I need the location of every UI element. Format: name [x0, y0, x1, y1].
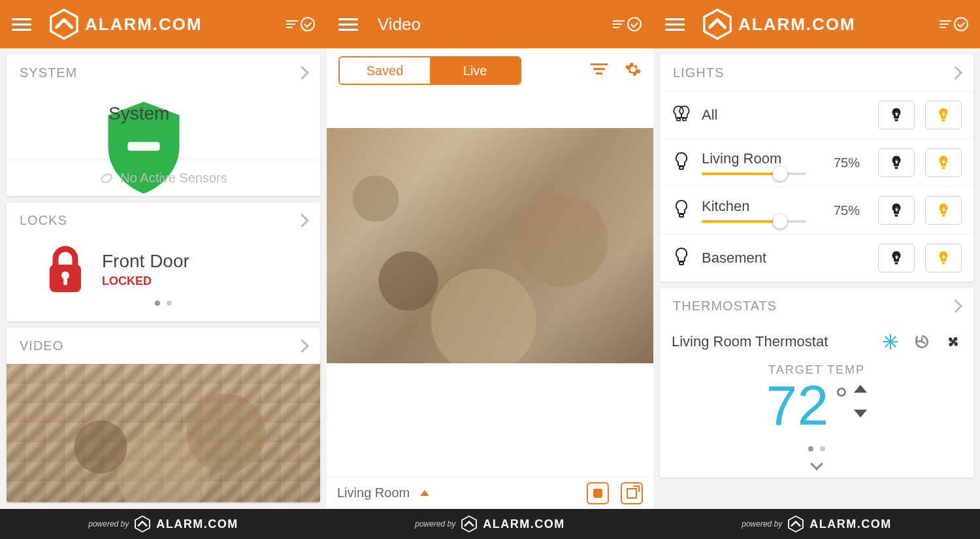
- app-footer: powered by ALARM.COM: [0, 509, 327, 539]
- system-card: SYSTEM System DISARMED No Active Sensors: [7, 55, 320, 196]
- cool-mode-icon[interactable]: [882, 333, 899, 350]
- gear-icon[interactable]: [625, 61, 642, 80]
- lock-status-row[interactable]: Front Door LOCKED: [20, 245, 307, 294]
- light-name: Kitchen: [702, 198, 823, 223]
- light-row-all: All: [660, 91, 973, 139]
- system-header-label: SYSTEM: [20, 65, 77, 80]
- lock-icon: [46, 245, 85, 294]
- light-on-button[interactable]: [925, 101, 962, 129]
- light-on-button[interactable]: [925, 196, 962, 225]
- video-card-header[interactable]: VIDEO: [7, 328, 320, 364]
- lock-state: LOCKED: [102, 274, 189, 288]
- footer-brand: ALARM.COM: [809, 517, 891, 531]
- chevron-right-icon: [951, 301, 960, 311]
- filter-icon[interactable]: [591, 61, 608, 80]
- target-temp-value: 72: [766, 377, 829, 433]
- video-header-label: VIDEO: [20, 338, 63, 353]
- system-status-row[interactable]: System DISARMED: [20, 97, 307, 146]
- expand-chevron-icon[interactable]: [810, 457, 823, 470]
- screen-lights: ALARM.COM LIGHTS All Living Room: [653, 0, 980, 539]
- light-on-button[interactable]: [925, 244, 962, 272]
- chevron-right-icon: [297, 216, 307, 225]
- chevron-right-icon: [951, 68, 960, 78]
- dimmer-pct: 75%: [834, 203, 868, 218]
- light-row-kitchen: Kitchen 75%: [660, 186, 973, 234]
- footer-brand: ALARM.COM: [156, 517, 238, 531]
- target-temp: 72 °: [660, 377, 973, 440]
- shield-icon: [46, 97, 91, 146]
- scenes-icon[interactable]: [613, 17, 642, 31]
- light-off-button[interactable]: [878, 148, 915, 177]
- fullscreen-button[interactable]: [621, 482, 643, 504]
- dimmer-pct: 75%: [834, 155, 868, 171]
- camera-name: Living Room: [337, 485, 410, 500]
- locks-pager[interactable]: [20, 294, 307, 308]
- locks-card-header[interactable]: LOCKS: [7, 203, 320, 238]
- lock-title: Front Door: [102, 251, 189, 272]
- light-off-button[interactable]: [878, 196, 915, 225]
- thermo-header-label: THERMOSTATS: [673, 299, 777, 314]
- degree-symbol: °: [835, 381, 847, 417]
- dimmer-slider[interactable]: [702, 220, 806, 223]
- locks-card: LOCKS Front Door LOCKED: [7, 203, 320, 321]
- chevron-right-icon: [297, 341, 307, 351]
- tab-saved[interactable]: Saved: [340, 57, 430, 84]
- scenes-icon[interactable]: [286, 17, 315, 31]
- video-toolbar: Saved Live: [327, 48, 653, 89]
- bulb-icon: [672, 152, 691, 174]
- brand-text: ALARM.COM: [85, 14, 203, 35]
- system-title: System: [108, 103, 171, 124]
- temp-down-button[interactable]: [854, 410, 867, 417]
- footer-prefix: powered by: [88, 519, 129, 529]
- screen-video: Video Saved Live Living Room powered by …: [327, 0, 653, 539]
- dimmer-slider[interactable]: [702, 172, 806, 175]
- menu-icon[interactable]: [338, 15, 358, 34]
- sensor-icon: [99, 171, 114, 186]
- app-footer: powered by ALARM.COM: [327, 509, 653, 539]
- system-card-header[interactable]: SYSTEM: [7, 55, 320, 91]
- menu-icon[interactable]: [12, 15, 31, 34]
- light-on-button[interactable]: [925, 148, 962, 177]
- footer-prefix: powered by: [742, 519, 782, 529]
- app-header: ALARM.COM: [653, 0, 980, 48]
- bulbs-icon: [672, 104, 691, 126]
- video-thumbnail[interactable]: [7, 364, 320, 502]
- thermostats-card: THERMOSTATS Living Room Thermostat TARGE…: [660, 288, 973, 478]
- light-row-basement: Basement: [660, 234, 973, 282]
- tab-live[interactable]: Live: [430, 57, 520, 84]
- schedule-icon[interactable]: [913, 333, 930, 350]
- light-off-button[interactable]: [878, 101, 915, 129]
- chevron-right-icon: [297, 68, 307, 78]
- record-button[interactable]: [587, 482, 609, 504]
- lights-card-header[interactable]: LIGHTS: [660, 55, 973, 91]
- camera-picker-icon[interactable]: [420, 490, 429, 496]
- screen-home: ALARM.COM SYSTEM System DISARMED: [0, 0, 327, 539]
- video-feed[interactable]: [327, 128, 653, 363]
- locks-header-label: LOCKS: [20, 213, 67, 228]
- app-footer: powered by ALARM.COM: [653, 509, 980, 539]
- brand-text: ALARM.COM: [738, 14, 856, 35]
- thermo-card-header[interactable]: THERMOSTATS: [660, 288, 973, 324]
- lights-header-label: LIGHTS: [673, 65, 724, 80]
- scenes-icon[interactable]: [939, 17, 968, 31]
- brand-logo: ALARM.COM: [702, 8, 939, 40]
- app-header: Video: [327, 0, 653, 48]
- light-off-button[interactable]: [878, 244, 915, 272]
- bulb-icon: [672, 199, 691, 221]
- page-title: Video: [378, 14, 613, 35]
- menu-icon[interactable]: [665, 15, 685, 34]
- light-name: Basement: [702, 250, 868, 267]
- saved-live-segment: Saved Live: [338, 56, 521, 85]
- light-row-livingroom: Living Room 75%: [660, 139, 973, 186]
- bulb-icon: [672, 247, 691, 269]
- light-name: Living Room: [702, 150, 823, 175]
- fan-icon[interactable]: [945, 333, 962, 350]
- thermo-pager[interactable]: [660, 440, 973, 454]
- light-name: All: [702, 106, 868, 123]
- camera-bar: Living Room: [327, 476, 653, 509]
- lights-content: LIGHTS All Living Room 75%: [653, 48, 980, 509]
- brand-logo: ALARM.COM: [48, 8, 286, 40]
- temp-up-button[interactable]: [854, 385, 867, 393]
- sensors-label: No Active Sensors: [120, 171, 227, 186]
- system-state: DISARMED: [108, 127, 171, 140]
